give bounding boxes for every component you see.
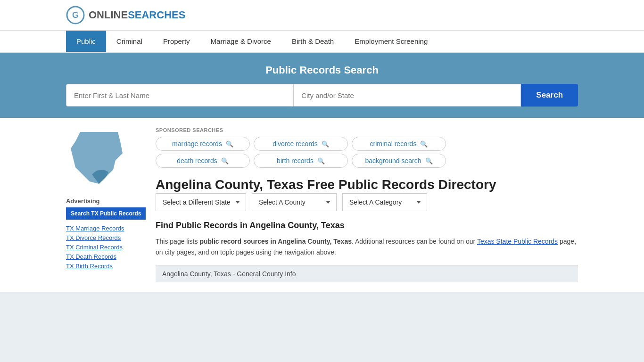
county-dropdown[interactable]: Select A County: [252, 193, 337, 211]
tag-marriage-search-icon: 🔍: [226, 140, 233, 148]
sidebar: Advertising Search TX Public Records TX …: [66, 127, 146, 282]
tag-birth-text: birth records: [277, 157, 314, 165]
sidebar-link-divorce[interactable]: TX Divorce Records: [66, 234, 146, 241]
tag-criminal[interactable]: criminal records 🔍: [352, 137, 446, 151]
tag-criminal-search-icon: 🔍: [420, 140, 428, 148]
category-dropdown[interactable]: Select A Category: [342, 193, 427, 211]
advertising-label: Advertising: [66, 197, 146, 205]
search-banner: Public Records Search Search: [0, 53, 644, 118]
logo-icon: G: [66, 6, 85, 25]
find-section-text: This page lists public record sources in…: [156, 236, 578, 257]
tag-criminal-text: criminal records: [370, 140, 417, 148]
dropdowns: Select a Different State Select A County…: [156, 193, 578, 211]
tag-background-search-icon: 🔍: [425, 157, 433, 165]
general-info-bar: Angelina County, Texas - General County …: [156, 265, 578, 282]
sponsored-label: SPONSORED SEARCHES: [156, 127, 578, 133]
sidebar-links: TX Marriage Records TX Divorce Records T…: [66, 224, 146, 270]
find-section-title: Find Public Records in Angelina County, …: [156, 221, 578, 230]
texas-records-link[interactable]: Texas State Public Records: [477, 238, 558, 245]
name-input[interactable]: [66, 84, 294, 107]
content-area: SPONSORED SEARCHES marriage records 🔍 di…: [156, 127, 578, 282]
nav-item-property[interactable]: Property: [153, 31, 200, 52]
logo-text: ONLINESEARCHES: [89, 9, 185, 21]
state-dropdown[interactable]: Select a Different State: [156, 193, 246, 211]
city-input[interactable]: [294, 84, 521, 107]
header: G ONLINESEARCHES: [0, 0, 644, 31]
tag-background[interactable]: background search 🔍: [352, 154, 446, 168]
page-title: Angelina County, Texas Free Public Recor…: [156, 176, 578, 193]
texas-map-icon: [66, 127, 132, 189]
tag-divorce[interactable]: divorce records 🔍: [254, 137, 348, 151]
svg-text:G: G: [72, 10, 79, 20]
tag-marriage-text: marriage records: [172, 140, 222, 148]
tag-birth[interactable]: birth records 🔍: [254, 154, 348, 168]
sponsored-tags-row2: death records 🔍 birth records 🔍 backgrou…: [156, 154, 578, 168]
tag-death-search-icon: 🔍: [221, 157, 229, 165]
nav-item-public[interactable]: Public: [66, 31, 106, 52]
find-text-1: This page lists: [156, 238, 199, 245]
search-button[interactable]: Search: [521, 84, 578, 107]
nav-item-birth-death[interactable]: Birth & Death: [281, 31, 344, 52]
sidebar-link-marriage[interactable]: TX Marriage Records: [66, 224, 146, 232]
tag-divorce-text: divorce records: [272, 140, 318, 148]
search-banner-title: Public Records Search: [66, 64, 578, 76]
find-bold-1: public record sources in Angelina County…: [199, 238, 352, 245]
logo-online: ONLINE: [89, 9, 128, 21]
tag-birth-search-icon: 🔍: [317, 157, 325, 165]
page-title-section: Angelina County, Texas Free Public Recor…: [156, 176, 578, 193]
sidebar-link-birth[interactable]: TX Birth Records: [66, 262, 146, 270]
nav-item-marriage-divorce[interactable]: Marriage & Divorce: [200, 31, 281, 52]
nav-item-criminal[interactable]: Criminal: [106, 31, 153, 52]
sponsored-searches: SPONSORED SEARCHES marriage records 🔍 di…: [156, 127, 578, 168]
find-text-2: . Additional resources can be found on o…: [352, 238, 477, 245]
tag-divorce-search-icon: 🔍: [322, 140, 329, 148]
logo: G ONLINESEARCHES: [66, 6, 185, 25]
ad-button[interactable]: Search TX Public Records: [66, 207, 146, 220]
logo-searches: SEARCHES: [128, 9, 185, 21]
tag-death-text: death records: [177, 157, 217, 165]
nav-item-employment[interactable]: Employment Screening: [344, 31, 438, 52]
tag-death[interactable]: death records 🔍: [156, 154, 250, 168]
sidebar-link-criminal[interactable]: TX Criminal Records: [66, 243, 146, 251]
search-form: Search: [66, 84, 578, 107]
tag-background-text: background search: [365, 157, 421, 165]
sponsored-tags-row1: marriage records 🔍 divorce records 🔍 cri…: [156, 137, 578, 151]
sidebar-link-death[interactable]: TX Death Records: [66, 253, 146, 260]
find-section: Find Public Records in Angelina County, …: [156, 221, 578, 257]
tag-marriage[interactable]: marriage records 🔍: [156, 137, 250, 151]
main-nav: Public Criminal Property Marriage & Divo…: [0, 31, 644, 53]
main-content: Advertising Search TX Public Records TX …: [0, 118, 644, 292]
